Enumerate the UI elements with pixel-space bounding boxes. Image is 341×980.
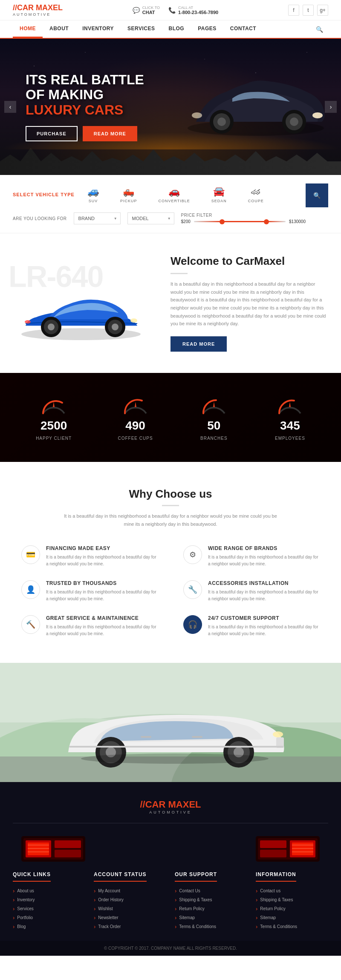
chat-icon: 💬 <box>133 7 140 14</box>
filter-search-button[interactable]: 🔍 <box>306 183 328 207</box>
footer-link-terms[interactable]: Terms & Conditions <box>175 923 247 930</box>
footer-link-shipping2[interactable]: Shipping & Taxes <box>256 897 328 903</box>
footer-link-inventory[interactable]: Inventory <box>13 897 85 903</box>
vehicle-type-coupe[interactable]: 🏎 COUPE <box>244 183 268 206</box>
feature-wide-brands-title: WIDE RANGE OF BRANDS <box>208 545 320 551</box>
svg-rect-47 <box>28 848 49 849</box>
hero-line1: ITS REAL BATTLE <box>26 72 315 87</box>
stat-coffee-cups: 490 COFFEE CUPS <box>118 394 153 441</box>
vehicle-type-suv[interactable]: 🚙 SUV <box>83 183 103 206</box>
price-max: $130000 <box>289 219 306 224</box>
gauge-icon-1 <box>39 394 69 415</box>
model-select[interactable]: MODEL <box>127 212 174 224</box>
footer-link-contactus2[interactable]: Contact us <box>256 888 328 894</box>
price-range-slider[interactable] <box>194 221 286 222</box>
nav-about[interactable]: ABOUT <box>43 20 75 38</box>
footer-link-orderhistory[interactable]: Order History <box>94 897 166 903</box>
price-min: $200 <box>181 219 191 224</box>
facebook-icon[interactable]: f <box>288 5 299 16</box>
trusted-icon: 👤 <box>21 580 40 599</box>
svg-rect-46 <box>28 845 49 845</box>
footer-link-terms2[interactable]: Terms & Conditions <box>256 923 328 930</box>
welcome-content: Welcome to CarMaxel It is a beautiful da… <box>170 255 328 352</box>
hero-prev-arrow[interactable]: ‹ <box>4 101 16 113</box>
feature-service-content: GREAT SERVICE & MAINTAINENCE It is a bea… <box>46 615 158 637</box>
nav-home[interactable]: HOME <box>13 20 43 38</box>
googleplus-icon[interactable]: g+ <box>317 5 328 16</box>
footer-logo-prefix: // <box>140 799 145 810</box>
brand-select[interactable]: BRAND <box>74 212 121 224</box>
pickup-icon: 🛻 <box>123 186 134 197</box>
footer-link-wishlist[interactable]: Wishlist <box>94 905 166 912</box>
footer-link-shipping[interactable]: Shipping & Taxes <box>175 897 247 903</box>
logo-prefix: // <box>13 3 17 12</box>
svg-rect-55 <box>292 845 313 845</box>
hero-next-arrow[interactable]: › <box>325 101 337 113</box>
chat-contact[interactable]: 💬 CLICK TO CHAT <box>133 6 160 15</box>
footer-link-return2[interactable]: Return Policy <box>256 905 328 912</box>
suv-banner <box>0 663 341 782</box>
nav-contact[interactable]: CONTACT <box>223 20 263 38</box>
gauge-icon-4 <box>275 394 305 415</box>
feature-wide-brands-content: WIDE RANGE OF BRANDS It is a beautiful d… <box>208 545 320 567</box>
feature-financing-desc: It is a beautiful day in this neighborho… <box>46 554 158 567</box>
call-label: CALL AT <box>178 6 218 10</box>
footer-link-return[interactable]: Return Policy <box>175 905 247 912</box>
footer-link-sitemap[interactable]: Sitemap <box>175 914 247 921</box>
feature-financing-title: FINANCING MADE EASY <box>46 545 158 551</box>
svg-point-15 <box>112 324 118 330</box>
vehicle-type-sedan[interactable]: 🚘 SEDAN <box>207 183 231 206</box>
header-contact-area: 💬 CLICK TO CHAT 📞 CALL AT 1-800-23-456-7… <box>133 6 218 15</box>
feature-accessories-title: ACCESSORIES INSTALLATION <box>208 580 320 586</box>
accessories-icon: 🔧 <box>183 580 202 599</box>
vehicle-type-pickup[interactable]: 🛻 PICKUP <box>116 183 142 206</box>
footer-link-portfolio[interactable]: Portfolio <box>13 914 85 921</box>
nav-blog[interactable]: BLOG <box>162 20 191 38</box>
purchase-button[interactable]: PURCHASE <box>26 126 78 141</box>
feature-trusted-desc: It is a beautiful day in this neighborho… <box>46 589 158 602</box>
search-icon[interactable]: 🔍 <box>311 21 328 38</box>
feature-trusted-content: TRUSTED BY THOUSANDS It is a beautiful d… <box>46 580 158 602</box>
vehicle-types: 🚙 SUV 🛻 PICKUP 🚗 CONVERTIBLE 🚘 SEDAN <box>83 183 268 206</box>
welcome-desc: It is a beautiful day in this neighborho… <box>170 280 328 328</box>
filter-top: SELECT VEHICLE TYPE 🚙 SUV 🛻 PICKUP 🚗 CON… <box>13 183 306 206</box>
welcome-bg-text: LR-640 <box>9 260 103 294</box>
footer-link-sitemap2[interactable]: Sitemap <box>256 914 328 921</box>
footer-link-contactus[interactable]: Contact Us <box>175 888 247 894</box>
nav-inventory[interactable]: INVENTORY <box>75 20 121 38</box>
feature-wide-brands: ⚙ WIDE RANGE OF BRANDS It is a beautiful… <box>183 545 320 567</box>
feature-service-desc: It is a beautiful day in this neighborho… <box>46 624 158 637</box>
footer-link-aboutus[interactable]: About us <box>13 888 85 894</box>
footer-copyright: © COPYRIGHT © 2017. COMPANY NAME ALL RIG… <box>104 946 237 951</box>
navbar: HOME ABOUT INVENTORY SERVICES BLOG PAGES… <box>0 20 341 39</box>
footer-bottom: © COPYRIGHT © 2017. COMPANY NAME ALL RIG… <box>0 941 341 956</box>
footer-link-newsletter[interactable]: Newsletter <box>94 914 166 921</box>
site-logo[interactable]: //CAR MAXEL AUTOMOTIVE <box>13 3 63 17</box>
svg-rect-44 <box>55 840 81 848</box>
why-header: Why Choose us It is a beautiful day in t… <box>21 487 320 528</box>
stat-number-3: 50 <box>207 419 220 433</box>
brand-select-wrap: BRAND <box>74 212 121 224</box>
svg-rect-54 <box>260 850 286 857</box>
footer-col-support-title: OUR SUPPORT <box>175 871 217 882</box>
twitter-icon[interactable]: t <box>303 5 314 16</box>
footer-link-myaccount[interactable]: My Account <box>94 888 166 894</box>
suv-icon: 🚙 <box>87 186 99 197</box>
footer-link-trackorder[interactable]: Track Order <box>94 923 166 930</box>
footer-link-services[interactable]: Services <box>13 905 85 912</box>
svg-rect-56 <box>292 848 313 849</box>
readmore-button[interactable]: READ MORE <box>83 126 137 141</box>
footer-link-blog[interactable]: Blog <box>13 923 85 930</box>
phone-contact[interactable]: 📞 CALL AT 1-800-23-456-7890 <box>168 6 218 15</box>
svg-point-12 <box>48 324 55 330</box>
welcome-divider <box>170 273 188 274</box>
taillight-right-svg <box>256 836 320 862</box>
welcome-readmore-button[interactable]: READ MORE <box>170 336 227 352</box>
feature-support-title: 24/7 CUSTOMER SUPPORT <box>208 615 320 621</box>
stat-label-3: BRANCHES <box>200 436 228 441</box>
price-range: $200 $130000 <box>181 219 306 224</box>
vehicle-type-convertible[interactable]: 🚗 CONVERTIBLE <box>154 183 194 206</box>
nav-pages[interactable]: PAGES <box>191 20 223 38</box>
nav-services[interactable]: SERVICES <box>121 20 162 38</box>
svg-rect-37 <box>141 736 151 738</box>
